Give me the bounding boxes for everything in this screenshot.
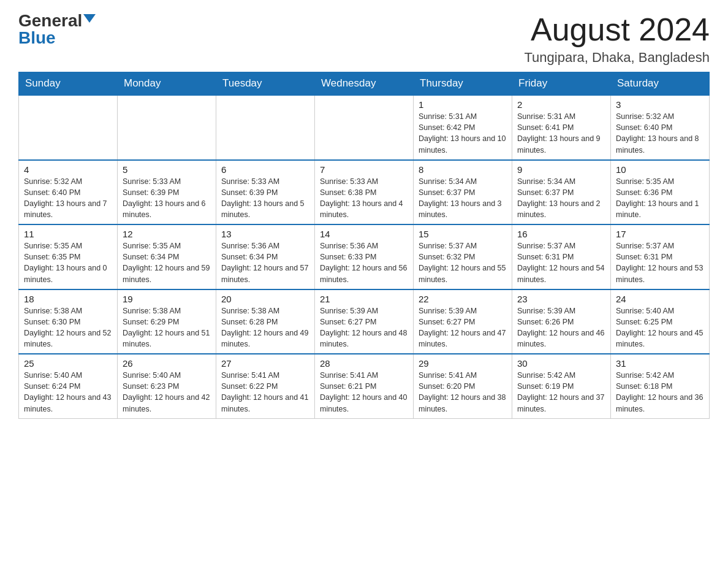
calendar-cell: 17Sunrise: 5:37 AMSunset: 6:31 PMDayligh… <box>611 224 710 289</box>
day-info: Sunrise: 5:41 AMSunset: 6:20 PMDaylight:… <box>419 370 507 415</box>
day-number: 6 <box>221 164 309 175</box>
day-number: 18 <box>24 294 112 304</box>
day-number: 12 <box>123 229 211 239</box>
calendar-cell: 10Sunrise: 5:35 AMSunset: 6:36 PMDayligh… <box>611 160 710 225</box>
day-info: Sunrise: 5:40 AMSunset: 6:25 PMDaylight:… <box>616 305 704 350</box>
calendar-cell: 16Sunrise: 5:37 AMSunset: 6:31 PMDayligh… <box>512 224 611 289</box>
day-number: 8 <box>419 164 507 175</box>
day-number: 26 <box>123 358 211 369</box>
weekday-header-wednesday: Wednesday <box>315 72 414 96</box>
day-info: Sunrise: 5:34 AMSunset: 6:37 PMDaylight:… <box>517 176 605 221</box>
weekday-header-thursday: Thursday <box>414 72 512 96</box>
location-text: Tungipara, Dhaka, Bangladesh <box>525 50 710 66</box>
day-info: Sunrise: 5:33 AMSunset: 6:39 PMDaylight:… <box>123 176 211 221</box>
day-info: Sunrise: 5:42 AMSunset: 6:18 PMDaylight:… <box>616 370 704 415</box>
calendar-cell: 14Sunrise: 5:36 AMSunset: 6:33 PMDayligh… <box>315 224 414 289</box>
day-number: 15 <box>419 229 507 239</box>
day-info: Sunrise: 5:38 AMSunset: 6:30 PMDaylight:… <box>24 305 112 350</box>
day-number: 20 <box>221 294 309 304</box>
day-info: Sunrise: 5:42 AMSunset: 6:19 PMDaylight:… <box>517 370 605 415</box>
calendar-table: SundayMondayTuesdayWednesdayThursdayFrid… <box>18 72 710 419</box>
day-number: 7 <box>320 164 408 175</box>
day-number: 9 <box>517 164 605 175</box>
calendar-cell: 29Sunrise: 5:41 AMSunset: 6:20 PMDayligh… <box>414 354 512 418</box>
calendar-cell: 23Sunrise: 5:39 AMSunset: 6:26 PMDayligh… <box>512 289 611 354</box>
day-number: 22 <box>419 294 507 304</box>
day-info: Sunrise: 5:39 AMSunset: 6:27 PMDaylight:… <box>320 305 408 350</box>
logo-blue-text: Blue <box>18 29 56 47</box>
day-number: 28 <box>320 358 408 369</box>
calendar-cell: 13Sunrise: 5:36 AMSunset: 6:34 PMDayligh… <box>216 224 315 289</box>
weekday-header-sunday: Sunday <box>19 72 118 96</box>
calendar-cell: 1Sunrise: 5:31 AMSunset: 6:42 PMDaylight… <box>414 95 512 160</box>
day-info: Sunrise: 5:36 AMSunset: 6:33 PMDaylight:… <box>320 240 408 285</box>
calendar-week-row: 11Sunrise: 5:35 AMSunset: 6:35 PMDayligh… <box>19 224 710 289</box>
logo-triangle-icon <box>83 14 96 23</box>
calendar-cell: 2Sunrise: 5:31 AMSunset: 6:41 PMDaylight… <box>512 95 611 160</box>
calendar-cell: 4Sunrise: 5:32 AMSunset: 6:40 PMDaylight… <box>19 160 118 225</box>
day-info: Sunrise: 5:39 AMSunset: 6:27 PMDaylight:… <box>419 305 507 350</box>
day-info: Sunrise: 5:40 AMSunset: 6:23 PMDaylight:… <box>123 370 211 415</box>
day-number: 23 <box>517 294 605 304</box>
calendar-cell: 9Sunrise: 5:34 AMSunset: 6:37 PMDaylight… <box>512 160 611 225</box>
day-info: Sunrise: 5:31 AMSunset: 6:42 PMDaylight:… <box>419 111 507 156</box>
day-number: 29 <box>419 358 507 369</box>
day-info: Sunrise: 5:37 AMSunset: 6:31 PMDaylight:… <box>616 240 704 285</box>
day-info: Sunrise: 5:41 AMSunset: 6:21 PMDaylight:… <box>320 370 408 415</box>
day-number: 2 <box>517 99 605 110</box>
day-info: Sunrise: 5:40 AMSunset: 6:24 PMDaylight:… <box>24 370 112 415</box>
calendar-week-row: 25Sunrise: 5:40 AMSunset: 6:24 PMDayligh… <box>19 354 710 418</box>
day-number: 17 <box>616 229 704 239</box>
calendar-cell <box>216 95 315 160</box>
calendar-cell: 11Sunrise: 5:35 AMSunset: 6:35 PMDayligh… <box>19 224 118 289</box>
day-number: 4 <box>24 164 112 175</box>
day-info: Sunrise: 5:37 AMSunset: 6:32 PMDaylight:… <box>419 240 507 285</box>
day-info: Sunrise: 5:37 AMSunset: 6:31 PMDaylight:… <box>517 240 605 285</box>
calendar-week-row: 4Sunrise: 5:32 AMSunset: 6:40 PMDaylight… <box>19 160 710 225</box>
calendar-cell: 28Sunrise: 5:41 AMSunset: 6:21 PMDayligh… <box>315 354 414 418</box>
weekday-header-monday: Monday <box>118 72 216 96</box>
day-info: Sunrise: 5:38 AMSunset: 6:29 PMDaylight:… <box>123 305 211 350</box>
day-info: Sunrise: 5:35 AMSunset: 6:34 PMDaylight:… <box>123 240 211 285</box>
calendar-cell: 18Sunrise: 5:38 AMSunset: 6:30 PMDayligh… <box>19 289 118 354</box>
logo-general-text: General <box>18 12 82 29</box>
calendar-cell: 25Sunrise: 5:40 AMSunset: 6:24 PMDayligh… <box>19 354 118 418</box>
day-info: Sunrise: 5:34 AMSunset: 6:37 PMDaylight:… <box>419 176 507 221</box>
day-number: 30 <box>517 358 605 369</box>
calendar-cell: 26Sunrise: 5:40 AMSunset: 6:23 PMDayligh… <box>118 354 216 418</box>
calendar-cell: 22Sunrise: 5:39 AMSunset: 6:27 PMDayligh… <box>414 289 512 354</box>
calendar-cell: 6Sunrise: 5:33 AMSunset: 6:39 PMDaylight… <box>216 160 315 225</box>
calendar-cell: 31Sunrise: 5:42 AMSunset: 6:18 PMDayligh… <box>611 354 710 418</box>
day-number: 16 <box>517 229 605 239</box>
day-number: 27 <box>221 358 309 369</box>
day-number: 5 <box>123 164 211 175</box>
weekday-header-friday: Friday <box>512 72 611 96</box>
calendar-cell: 24Sunrise: 5:40 AMSunset: 6:25 PMDayligh… <box>611 289 710 354</box>
day-info: Sunrise: 5:41 AMSunset: 6:22 PMDaylight:… <box>221 370 309 415</box>
calendar-cell: 20Sunrise: 5:38 AMSunset: 6:28 PMDayligh… <box>216 289 315 354</box>
day-number: 14 <box>320 229 408 239</box>
calendar-week-row: 18Sunrise: 5:38 AMSunset: 6:30 PMDayligh… <box>19 289 710 354</box>
day-info: Sunrise: 5:36 AMSunset: 6:34 PMDaylight:… <box>221 240 309 285</box>
day-number: 21 <box>320 294 408 304</box>
day-number: 31 <box>616 358 704 369</box>
day-number: 3 <box>616 99 704 110</box>
month-title: August 2024 <box>525 12 710 47</box>
calendar-cell: 12Sunrise: 5:35 AMSunset: 6:34 PMDayligh… <box>118 224 216 289</box>
day-info: Sunrise: 5:31 AMSunset: 6:41 PMDaylight:… <box>517 111 605 156</box>
day-info: Sunrise: 5:32 AMSunset: 6:40 PMDaylight:… <box>616 111 704 156</box>
day-number: 13 <box>221 229 309 239</box>
day-info: Sunrise: 5:35 AMSunset: 6:36 PMDaylight:… <box>616 176 704 221</box>
day-info: Sunrise: 5:33 AMSunset: 6:39 PMDaylight:… <box>221 176 309 221</box>
weekday-header-row: SundayMondayTuesdayWednesdayThursdayFrid… <box>19 72 710 96</box>
calendar-cell: 15Sunrise: 5:37 AMSunset: 6:32 PMDayligh… <box>414 224 512 289</box>
day-number: 25 <box>24 358 112 369</box>
day-info: Sunrise: 5:32 AMSunset: 6:40 PMDaylight:… <box>24 176 112 221</box>
calendar-cell: 30Sunrise: 5:42 AMSunset: 6:19 PMDayligh… <box>512 354 611 418</box>
page-header: General Blue August 2024 Tungipara, Dhak… <box>18 12 710 66</box>
calendar-cell: 7Sunrise: 5:33 AMSunset: 6:38 PMDaylight… <box>315 160 414 225</box>
day-info: Sunrise: 5:33 AMSunset: 6:38 PMDaylight:… <box>320 176 408 221</box>
calendar-cell <box>315 95 414 160</box>
calendar-cell: 27Sunrise: 5:41 AMSunset: 6:22 PMDayligh… <box>216 354 315 418</box>
day-info: Sunrise: 5:35 AMSunset: 6:35 PMDaylight:… <box>24 240 112 285</box>
